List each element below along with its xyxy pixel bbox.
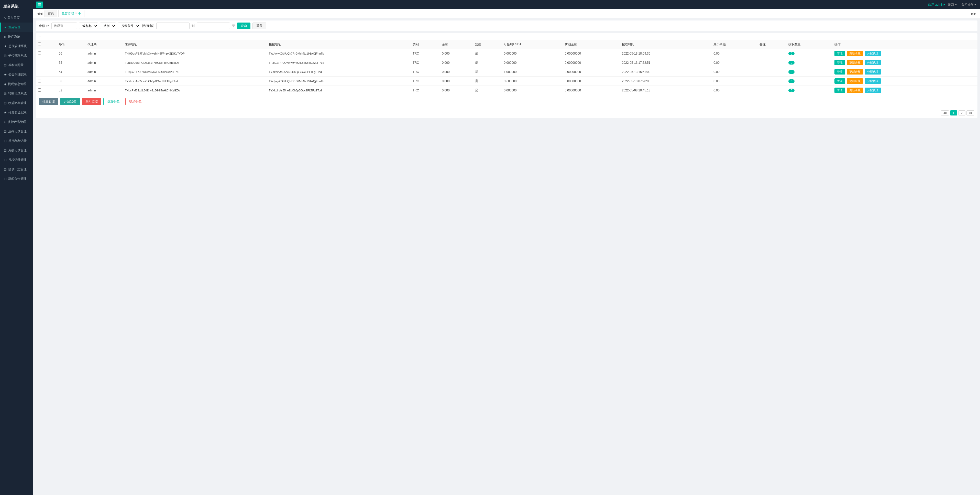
col-note: 备注	[757, 40, 786, 49]
row-balance-56: 0.000	[440, 49, 473, 58]
manage-btn-56[interactable]: 管理	[834, 51, 845, 56]
sidebar-item-info-mgmt[interactable]: ◈ 提现信息管理	[0, 79, 33, 89]
refresh-button[interactable]: 刷新 ▾	[947, 2, 958, 8]
row-pool-54: 0.00000000	[563, 67, 620, 77]
pledge-rec-icon: ⊡	[4, 129, 6, 133]
page-1-button[interactable]: 1	[950, 110, 957, 115]
split-agent-btn-53[interactable]: 分配代理	[865, 78, 881, 84]
row-seq-55: 55	[57, 58, 86, 67]
type-select[interactable]: 类别	[100, 22, 116, 29]
col-min-balance: 最小余额	[711, 40, 757, 49]
hamburger-button[interactable]: ☰	[36, 2, 43, 8]
split-agent-btn-54[interactable]: 分配代理	[865, 69, 881, 75]
row-min-balance-52: 0.00	[711, 86, 757, 95]
wallet-select[interactable]: 钱包包	[79, 22, 98, 29]
sidebar-item-general-mgmt[interactable]: ★ 总代管理系统	[0, 42, 33, 51]
start-monitor-button[interactable]: 开启监控	[60, 98, 80, 105]
col-pool: 矿池金额	[563, 40, 620, 49]
sidebar-item-sub-mgmt[interactable]: ⊞ 子代管理系统	[0, 51, 33, 61]
auth-badge-52: 0	[788, 89, 795, 92]
reset-button[interactable]: 重置	[253, 22, 266, 29]
sidebar-item-pledge-prod[interactable]: U 质押产品管理	[0, 117, 33, 127]
exchange-rec-icon: ⊡	[4, 148, 6, 152]
sidebar-item-exchange-rec[interactable]: ⊡ 兑换记录管理	[0, 146, 33, 155]
sidebar-item-reward-record[interactable]: ★ 奖金明细记录	[0, 70, 33, 79]
row-balance-52: 0.000	[440, 86, 473, 95]
filter-bar: 余额 >> 钱包包 类别 搜索条件 授权时间 到 至 查询	[36, 21, 977, 31]
row-select-56[interactable]	[38, 51, 41, 55]
row-balance-53: 0.000	[440, 77, 473, 86]
row-type-55: TRC	[410, 58, 440, 67]
date-from-input[interactable]	[156, 22, 189, 29]
manage-btn-53[interactable]: 管理	[834, 78, 845, 84]
promo-icon: ◈	[4, 35, 6, 39]
sidebar-item-promo[interactable]: ◈ 推广系统	[0, 32, 33, 42]
row-select-53[interactable]	[38, 79, 41, 83]
page-last-button[interactable]: »»	[966, 110, 974, 115]
row-ops-53: 管理 更新余额 分配代理	[832, 77, 977, 86]
select-all-checkbox[interactable]	[38, 43, 41, 46]
page-2-button[interactable]: 2	[958, 110, 966, 115]
batch-manage-button[interactable]: 批量管理	[39, 98, 58, 105]
row-balance-54: 0.000	[440, 67, 473, 77]
sidebar-item-auth-rec[interactable]: ⊡ 授权记录管理	[0, 155, 33, 164]
update-balance-btn-53[interactable]: 更新余额	[847, 78, 863, 84]
row-auth-time-55: 2022-05-13 17:52:51	[620, 58, 711, 67]
update-balance-btn-52[interactable]: 更新余额	[847, 88, 863, 93]
row-auth-qty-55: 0	[786, 58, 832, 67]
row-select-52[interactable]	[38, 88, 41, 92]
row-pool-52: 0.00000000	[563, 86, 620, 95]
update-balance-btn-55[interactable]: 更新余额	[847, 60, 863, 65]
tab-close-icon[interactable]: ✕	[75, 12, 77, 15]
agent-input[interactable]	[51, 22, 77, 29]
update-balance-btn-56[interactable]: 更新余额	[847, 51, 863, 56]
update-balance-btn-54[interactable]: 更新余额	[847, 69, 863, 75]
row-checkbox-54	[36, 67, 57, 77]
tab-prev-button[interactable]: ◀◀	[36, 11, 43, 16]
row-select-54[interactable]	[38, 70, 41, 73]
tab-home[interactable]: 首页	[45, 10, 57, 17]
split-agent-btn-55[interactable]: 分配代理	[865, 60, 881, 65]
search-select[interactable]: 搜索条件	[118, 22, 140, 29]
sidebar-item-login-log[interactable]: ⊡ 登录日志管理	[0, 164, 33, 174]
user-menu[interactable]: 欢迎 admin▾	[928, 3, 945, 7]
sidebar-item-home[interactable]: ⌂ 后台首页	[0, 13, 33, 22]
sidebar-item-transfer[interactable]: ⊞ 转账记录系统	[0, 89, 33, 98]
row-auth-time-56: 2022-05-13 18:09:35	[620, 49, 711, 58]
tabs-bar: ◀◀ 首页 鱼苗管理 ✕ ⚙ ▶▶	[33, 9, 980, 18]
date-to-input[interactable]	[197, 22, 230, 29]
manage-btn-55[interactable]: 管理	[834, 60, 845, 65]
auth-badge-55: 0	[788, 61, 795, 64]
row-monitor-55: 是	[473, 58, 502, 67]
split-agent-btn-52[interactable]: 分配代理	[865, 88, 881, 93]
tab-settings-icon[interactable]: ⚙	[78, 11, 81, 15]
manage-btn-54[interactable]: 管理	[834, 69, 845, 75]
close-ops-button[interactable]: 关闭操作 ▾	[960, 2, 977, 8]
manage-btn-52[interactable]: 管理	[834, 88, 845, 93]
set-wallet-button[interactable]: 设置钱包	[103, 98, 123, 105]
page-first-button[interactable]: ««	[941, 110, 949, 115]
bottom-actions: 批量管理 开启监控 关闭监控 设置钱包 取消钱包	[36, 95, 977, 108]
sidebar-item-news[interactable]: ⊡ 新闻公告管理	[0, 174, 33, 184]
split-agent-btn-56[interactable]: 分配代理	[865, 51, 881, 56]
row-select-55[interactable]	[38, 61, 41, 64]
sidebar-item-promo-reward[interactable]: ★ 推荐奖金记录	[0, 108, 33, 117]
row-note-52	[757, 86, 786, 95]
row-checkbox-55	[36, 58, 57, 67]
col-auth-qty: 授权数量	[786, 40, 832, 49]
sidebar-item-revenue[interactable]: ⊡ 收益比率管理	[0, 98, 33, 108]
row-pool-56: 0.00000000	[563, 49, 620, 58]
row-ops-52: 管理 更新余额 分配代理	[832, 86, 977, 95]
cancel-wallet-button[interactable]: 取消钱包	[125, 98, 145, 105]
row-checkbox-53	[36, 77, 57, 86]
sidebar-item-pledge-profit[interactable]: ⊡ 质押利利记录	[0, 136, 33, 146]
row-source-addr-52: THpcPM8ExtlL64Eny9z6G4lTnHtCNKyGZA	[123, 86, 267, 95]
tab-next-button[interactable]: ▶▶	[970, 11, 977, 16]
sidebar-item-pledge-rec[interactable]: ⊡ 质押记录管理	[0, 127, 33, 136]
close-monitor-button[interactable]: 关闭监控	[82, 98, 101, 105]
sidebar-item-wallet[interactable]: ✦ 鱼苗管理	[0, 22, 33, 32]
sidebar-item-basic-config[interactable]: ⊡ 基本值配置	[0, 61, 33, 70]
row-min-balance-53: 0.00	[711, 77, 757, 86]
tab-wallet-mgmt[interactable]: 鱼苗管理 ✕ ⚙	[58, 10, 84, 17]
query-button[interactable]: 查询	[237, 22, 250, 29]
